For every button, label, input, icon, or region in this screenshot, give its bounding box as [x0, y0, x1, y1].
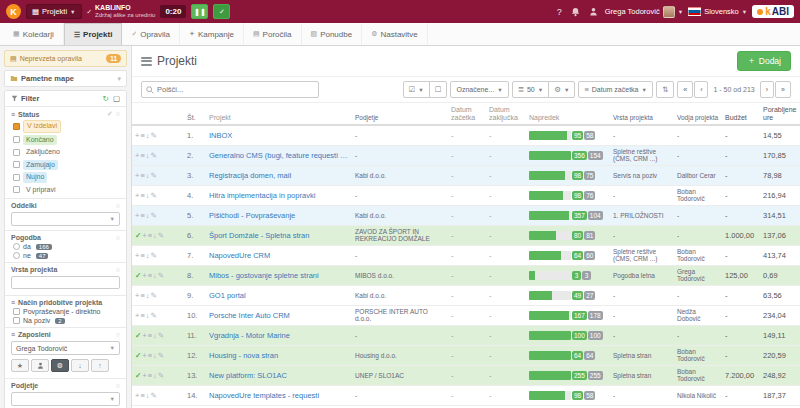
row-tasks-icon[interactable]: ≡ — [140, 191, 144, 200]
row-edit-icon[interactable]: ✎ — [158, 231, 164, 240]
row-tasks-icon[interactable]: ≡ — [148, 351, 152, 360]
project-link[interactable]: Housing - nova stran — [209, 351, 349, 360]
row-add-icon[interactable]: + — [135, 211, 139, 220]
project-link[interactable]: Hitra implementacija in popravki — [209, 191, 349, 200]
project-link[interactable]: New platform: SLO1AC — [209, 371, 349, 380]
column-header-prog[interactable]: Napredek — [526, 103, 610, 125]
project-link[interactable]: Pišičhodi - Povpraševanje — [209, 211, 349, 220]
row-tasks-icon[interactable]: ≡ — [140, 291, 144, 300]
checkbox-icon[interactable] — [13, 136, 20, 143]
acquisition-option[interactable]: Na poziv2 — [5, 316, 126, 325]
employees-section-header[interactable]: ≡ Zaposleni ○ — [5, 327, 126, 339]
table-row[interactable]: ✓+≡↓✎11.Vgradnja - Motor Marine---100100… — [132, 325, 800, 345]
marked-actions-button[interactable]: Označene...▼ — [450, 81, 508, 98]
row-edit-icon[interactable]: ✎ — [158, 351, 164, 360]
row-download-icon[interactable]: ↓ — [153, 351, 157, 360]
project-link[interactable]: NapovedUre templates - requesti — [209, 391, 349, 400]
row-tasks-icon[interactable]: ≡ — [148, 371, 152, 380]
bell-icon[interactable] — [569, 7, 582, 17]
row-add-icon[interactable]: + — [135, 251, 139, 260]
row-download-icon[interactable]: ↓ — [153, 231, 157, 240]
row-complete-icon[interactable]: ✓ — [135, 351, 141, 360]
last-page-button[interactable]: » — [775, 81, 791, 98]
row-tasks-icon[interactable]: ≡ — [148, 271, 152, 280]
row-tasks-icon[interactable]: ≡ — [140, 311, 144, 320]
project-link[interactable]: Porsche Inter Auto CRM — [209, 311, 349, 320]
project-link[interactable]: Mibos - gostovanje spletne strani — [209, 271, 349, 280]
user-icon[interactable] — [587, 7, 600, 16]
select-all-button[interactable]: ☑▼ — [403, 81, 430, 98]
column-header-end[interactable]: Datum zaključka — [486, 103, 526, 125]
project-link[interactable]: Vgradnja - Motor Marine — [209, 331, 349, 340]
acquisition-section-header[interactable]: ≡ Način pridobitve projekta — [5, 295, 126, 307]
timer-done-button[interactable]: ✓ — [213, 4, 230, 19]
select-none-button[interactable]: ☐ — [429, 81, 448, 98]
clear-icon[interactable]: ○ — [116, 234, 120, 241]
row-tasks-icon[interactable]: ≡ — [140, 391, 144, 400]
clear-icon[interactable]: ○ — [116, 331, 120, 338]
radio-icon[interactable] — [13, 243, 20, 250]
sort-down-button[interactable]: ↓ — [71, 359, 89, 372]
row-complete-icon[interactable]: ✓ — [135, 371, 141, 380]
kabi-logo-icon[interactable]: K — [6, 4, 21, 19]
table-row[interactable]: +≡↓✎5.Pišičhodi - PovpraševanjeKabi d.o.… — [132, 205, 800, 225]
row-complete-icon[interactable]: ✓ — [135, 271, 141, 280]
row-add-icon[interactable]: + — [142, 271, 146, 280]
row-tasks-icon[interactable]: ≡ — [148, 331, 152, 340]
status-filter-končano[interactable]: Končano — [5, 134, 126, 147]
checkbox-icon[interactable] — [13, 149, 20, 156]
wrench-filter-button[interactable]: ⚙ — [51, 359, 69, 372]
row-download-icon[interactable]: ↓ — [146, 391, 150, 400]
row-add-icon[interactable]: + — [135, 191, 139, 200]
status-filter-zamujajo[interactable]: Zamujajo — [5, 159, 126, 172]
row-edit-icon[interactable]: ✎ — [151, 291, 157, 300]
row-edit-icon[interactable]: ✎ — [158, 371, 164, 380]
table-row[interactable]: ✓+≡↓✎8.Mibos - gostovanje spletne strani… — [132, 265, 800, 285]
column-header-vodja[interactable]: Vodja projekta — [674, 103, 722, 125]
contract-option-ne[interactable]: ne47 — [5, 251, 126, 260]
departments-section-header[interactable]: Oddelki ○ — [5, 198, 126, 210]
first-page-button[interactable]: « — [677, 81, 693, 98]
row-complete-icon[interactable]: ✓ — [135, 231, 141, 240]
page-size-button[interactable]: ≣50▼ — [512, 81, 550, 98]
sort-up-button[interactable]: ↑ — [91, 359, 109, 372]
row-download-icon[interactable]: ↓ — [146, 171, 150, 180]
star-filter-button[interactable]: ★ — [11, 359, 29, 372]
project-link[interactable]: Generalno CMS (bugi, feature requesti et… — [209, 151, 349, 160]
row-add-icon[interactable]: + — [135, 151, 139, 160]
table-row[interactable]: ✓+≡↓✎13.New platform: SLO1ACUNEP / SLO1A… — [132, 365, 800, 385]
prev-page-button[interactable]: ‹ — [694, 81, 708, 98]
row-edit-icon[interactable]: ✎ — [158, 331, 164, 340]
row-add-icon[interactable]: + — [135, 391, 139, 400]
tab-kampanje[interactable]: ✦Kampanje — [180, 23, 244, 45]
add-project-button[interactable]: ＋ Dodaj — [737, 51, 791, 71]
smart-folders-header[interactable]: Pametne mape ▾ — [5, 71, 126, 86]
row-edit-icon[interactable]: ✎ — [151, 391, 157, 400]
row-download-icon[interactable]: ↓ — [153, 331, 157, 340]
row-download-icon[interactable]: ↓ — [153, 371, 157, 380]
checkbox-icon[interactable] — [13, 317, 20, 324]
table-row[interactable]: +≡↓✎10.Porsche Inter Auto CRMPORSCHE INT… — [132, 305, 800, 325]
status-filter-nujno[interactable]: Nujno — [5, 171, 126, 184]
help-icon[interactable]: ? — [555, 7, 564, 17]
person-filter-button[interactable] — [31, 359, 49, 372]
clear-icon[interactable]: ○ — [116, 266, 120, 273]
table-row[interactable]: +≡↓✎9.GO1 portalKabi d.o.o.--4927---63,5… — [132, 285, 800, 305]
tab-projekti[interactable]: ☰Projekti — [64, 23, 123, 45]
refresh-icon[interactable]: ↻ — [103, 94, 109, 103]
contract-section-header[interactable]: Pogodba ○ — [5, 230, 126, 242]
tab-ponudbe[interactable]: ▧Ponudbe — [302, 23, 363, 45]
row-add-icon[interactable]: + — [142, 331, 146, 340]
status-filter-v-pripravi[interactable]: V pripravi — [5, 184, 126, 197]
language-menu[interactable]: Slovensko ▼ — [688, 7, 747, 16]
status-section-header[interactable]: ≡ Status ✔○ — [5, 106, 126, 119]
row-add-icon[interactable]: + — [135, 311, 139, 320]
table-row[interactable]: ✓+≡↓✎12.Housing - nova stranHousing d.o.… — [132, 345, 800, 365]
row-edit-icon[interactable]: ✎ — [151, 311, 157, 320]
row-add-icon[interactable]: + — [135, 171, 139, 180]
table-row[interactable]: +≡↓✎7.NapovedUre CRM---6460Spletne rešit… — [132, 245, 800, 265]
company-select[interactable]: ▼ — [11, 392, 120, 406]
row-tasks-icon[interactable]: ≡ — [140, 251, 144, 260]
unassigned-tasks-banner[interactable]: ▤ Neprevzeta opravila 11 — [4, 50, 127, 67]
radio-icon[interactable] — [13, 252, 20, 259]
